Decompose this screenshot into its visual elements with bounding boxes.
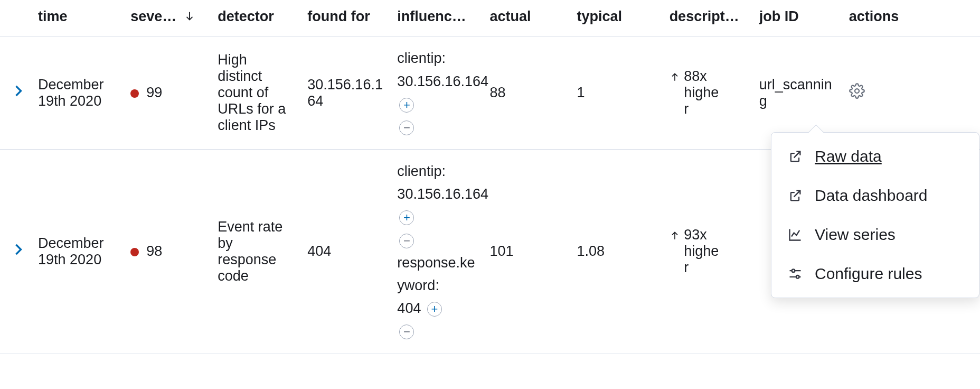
popover-item-label: View series — [815, 226, 896, 244]
expand-row-icon[interactable] — [6, 84, 23, 102]
severity-dot-icon — [130, 89, 139, 98]
raw-data-link[interactable]: Raw data — [771, 137, 979, 176]
cell-detector: High distinct count of URLs for a client… — [211, 36, 301, 150]
cell-actual: 88 — [483, 36, 570, 150]
column-severity-label: seve… — [130, 8, 176, 24]
cell-found-for: 404 — [301, 150, 391, 354]
sliders-icon — [787, 266, 803, 281]
column-influencers[interactable]: influenc… — [391, 0, 483, 36]
cell-time: December 19th 2020 — [32, 150, 124, 354]
column-time[interactable]: time — [32, 0, 124, 36]
cell-detector: Event rate by response code — [211, 150, 301, 354]
cell-severity: 98 — [124, 150, 211, 354]
add-filter-icon[interactable]: + — [399, 210, 414, 225]
table-header-row: time seve… detector found for influenc… … — [0, 0, 980, 36]
severity-dot-icon — [130, 248, 139, 256]
actions-popover: Raw data Data dashboard View series Conf… — [771, 132, 979, 298]
popover-item-label: Raw data — [815, 147, 882, 165]
severity-value: 99 — [146, 85, 162, 100]
arrow-up-icon — [670, 227, 684, 243]
influencer-value: 30.156.16.164 — [397, 73, 488, 89]
cell-description: 93x higher — [663, 150, 753, 354]
external-link-icon — [787, 188, 803, 203]
expand-row-icon[interactable] — [6, 242, 23, 261]
column-severity[interactable]: seve… — [124, 0, 211, 36]
cell-found-for: 30.156.16.164 — [301, 36, 391, 150]
cell-typical: 1 — [571, 36, 663, 150]
column-actual[interactable]: actual — [483, 0, 570, 36]
gear-icon[interactable] — [849, 83, 865, 103]
column-found-for[interactable]: found for — [301, 0, 391, 36]
description-text: 88x higher — [684, 68, 721, 117]
influencer-label: clientip: — [397, 47, 477, 70]
column-detector[interactable]: detector — [211, 0, 301, 36]
view-series-link[interactable]: View series — [771, 215, 979, 254]
sort-descending-icon — [184, 9, 195, 25]
remove-filter-icon[interactable]: − — [399, 325, 414, 339]
column-typical[interactable]: typical — [571, 0, 663, 36]
influencer-value: 30.156.16.164 — [397, 186, 488, 202]
external-link-icon — [787, 149, 803, 164]
cell-actual: 101 — [483, 150, 570, 354]
column-job-id[interactable]: job ID — [753, 0, 843, 36]
column-description[interactable]: descript… — [663, 0, 753, 36]
cell-influencers: clientip: 30.156.16.164 + − response.key… — [391, 150, 483, 354]
cell-description: 88x higher — [663, 36, 753, 150]
configure-rules-link[interactable]: Configure rules — [771, 254, 979, 293]
influencer-label: clientip: — [397, 160, 477, 183]
popover-item-label: Configure rules — [815, 265, 922, 283]
column-toggle — [0, 0, 32, 36]
data-dashboard-link[interactable]: Data dashboard — [771, 176, 979, 215]
cell-influencers: clientip: 30.156.16.164 + − — [391, 36, 483, 150]
remove-filter-icon[interactable]: − — [399, 121, 414, 135]
influencer-value: 404 — [397, 300, 421, 316]
add-filter-icon[interactable]: + — [399, 98, 414, 113]
svg-point-2 — [796, 275, 799, 279]
cell-severity: 99 — [124, 36, 211, 150]
svg-point-0 — [855, 89, 859, 93]
influencer-label: response.keyword: — [397, 252, 477, 297]
popover-item-label: Data dashboard — [815, 187, 928, 205]
severity-value: 98 — [146, 243, 162, 259]
chart-line-icon — [787, 227, 803, 242]
arrow-up-icon — [670, 68, 684, 84]
remove-filter-icon[interactable]: − — [399, 234, 414, 248]
cell-typical: 1.08 — [571, 150, 663, 354]
add-filter-icon[interactable]: + — [427, 302, 442, 317]
cell-time: December 19th 2020 — [32, 36, 124, 150]
description-text: 93x higher — [684, 227, 721, 276]
column-actions[interactable]: actions — [843, 0, 980, 36]
svg-point-1 — [792, 269, 795, 272]
